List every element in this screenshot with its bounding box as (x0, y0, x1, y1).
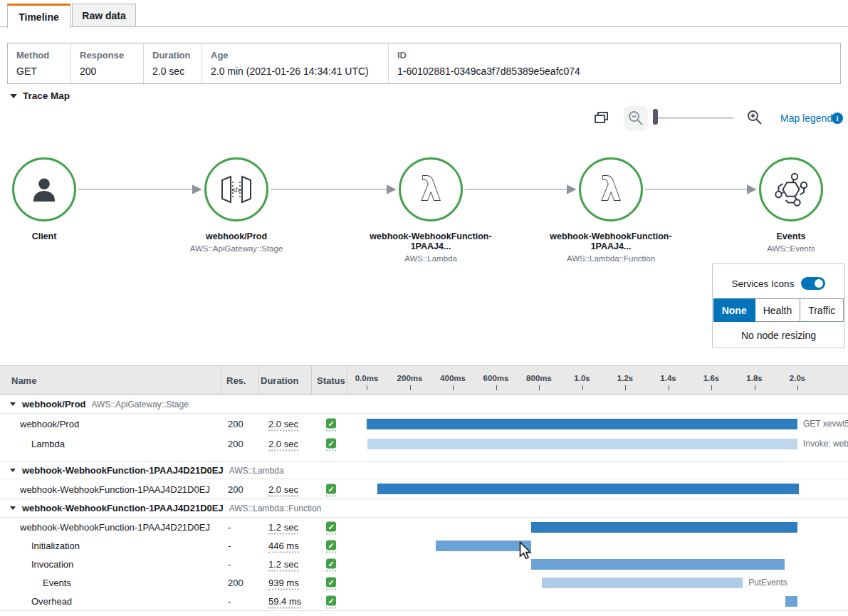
timeline-group-header[interactable]: webhook/ProdAWS::ApiGateway::Stage (0, 395, 848, 414)
mode-button-none[interactable]: None (713, 298, 755, 322)
node-type: AWS::Events (720, 244, 848, 253)
mode-button-traffic[interactable]: Traffic (800, 298, 844, 322)
axis-tick-mark (797, 385, 798, 390)
summary-header: Method (16, 50, 62, 61)
tab-timeline[interactable]: Timeline (7, 4, 70, 28)
collapse-triangle-icon[interactable] (10, 469, 16, 472)
svg-text:λ: λ (421, 172, 441, 207)
node-mode-button-group: NoneHealthTraffic (713, 298, 844, 322)
status-ok-icon[interactable]: ✓ (326, 559, 336, 572)
timeline-row[interactable]: webhook-WebhookFunction-1PAAJ4D21D0EJ200… (0, 479, 848, 498)
map-options-panel: Services Icons NoneHealthTraffic No node… (712, 263, 845, 348)
row-name: Lambda (31, 439, 65, 449)
group-type: AWS::ApiGateway::Stage (92, 400, 189, 409)
axis-tick-label: 600ms (475, 374, 518, 382)
fullscreen-icon[interactable] (595, 112, 608, 124)
summary-cell-id: ID1-60102881-0349ca3f7d85389e5eafc074 (388, 43, 840, 83)
row-duration[interactable]: 1.2 sec (268, 559, 298, 572)
summary-header: Duration (152, 50, 193, 61)
row-name: Initialization (31, 541, 80, 551)
row-duration[interactable]: 939 ms (268, 578, 299, 590)
axis-tick-label: 0.0ms (345, 374, 388, 382)
map-zoom-slider[interactable] (656, 117, 733, 119)
node-type: AWS::Lambda (360, 254, 502, 263)
map-zoom-slider-handle[interactable] (653, 109, 658, 125)
duration-bar[interactable] (785, 596, 797, 607)
row-name: webhook/Prod (20, 419, 79, 429)
timeline-row[interactable]: Lambda2002.0 sec✓Invoke: webho (0, 434, 848, 454)
trace-map-node-5[interactable]: EventsAWS::Events (720, 157, 848, 253)
map-legend-link[interactable]: Map legend (780, 113, 832, 124)
duration-bar[interactable] (542, 578, 743, 588)
axis-tick-mark (496, 385, 497, 390)
timeline-row[interactable]: webhook/Prod2002.0 sec✓GET xevwt5kl (0, 414, 848, 434)
row-duration[interactable]: 2.0 sec (268, 484, 298, 496)
row-name: webhook-WebhookFunction-1PAAJ4D21D0EJ (20, 484, 210, 494)
summary-header: Response (80, 50, 135, 61)
node-type: AWS::ApiGateway::Stage (165, 244, 308, 253)
summary-cell-response: Response200 (70, 43, 143, 83)
row-duration[interactable]: 59.4 ms (268, 596, 301, 609)
lambda-icon: λ (579, 157, 643, 221)
trace-map-toggle[interactable]: Trace Map (10, 90, 70, 101)
axis-tick-label: 1.8s (733, 374, 776, 382)
info-icon[interactable]: i (832, 113, 843, 127)
trace-map-node-2[interactable]: </>webhook/ProdAWS::ApiGateway::Stage (165, 157, 308, 253)
services-icons-toggle[interactable] (801, 277, 825, 290)
node-name: Events (720, 231, 848, 241)
row-duration[interactable]: 446 ms (268, 541, 299, 553)
status-ok-icon[interactable]: ✓ (326, 541, 336, 553)
duration-bar[interactable] (367, 419, 797, 429)
mode-button-health[interactable]: Health (755, 298, 800, 322)
duration-bar[interactable] (367, 439, 797, 449)
summary-header: ID (397, 50, 832, 61)
axis-tick-label: 2.0s (776, 374, 819, 382)
timeline-row[interactable]: webhook-WebhookFunction-1PAAJ4D21D0EJ-1.… (0, 518, 848, 536)
row-duration[interactable]: 1.2 sec (268, 522, 298, 535)
axis-tick-mark (539, 385, 540, 390)
row-duration[interactable]: 2.0 sec (268, 439, 298, 451)
axis-tick-mark (582, 385, 583, 390)
mouse-cursor (519, 541, 533, 564)
tab-timeline-label: Timeline (19, 11, 59, 23)
row-name: Events (43, 578, 71, 588)
timeline-row[interactable]: Initialization-446 ms✓ (0, 536, 848, 555)
status-ok-icon[interactable]: ✓ (326, 419, 336, 432)
duration-bar[interactable] (531, 522, 797, 533)
row-duration[interactable]: 2.0 sec (268, 419, 298, 432)
status-ok-icon[interactable]: ✓ (326, 439, 336, 451)
tab-raw-data[interactable]: Raw data (72, 4, 136, 26)
collapse-triangle-icon[interactable] (10, 506, 16, 510)
row-response: 200 (228, 578, 244, 588)
axis-tick-label: 1.0s (561, 374, 604, 382)
check-icon: ✓ (326, 541, 336, 550)
trace-map-node-4[interactable]: λwebhook-WebhookFunction-1PAAJ4...AWS::L… (540, 157, 682, 263)
bar-label: Invoke: webho (803, 439, 848, 449)
bar-label: PutEvents (748, 578, 787, 588)
timeline-row[interactable]: Invocation-1.2 sec✓ (0, 555, 848, 573)
row-name: webhook-WebhookFunction-1PAAJ4D21D0EJ (20, 522, 210, 533)
collapse-triangle-icon (10, 94, 17, 98)
status-ok-icon[interactable]: ✓ (326, 596, 336, 609)
timeline-group-header[interactable]: webhook-WebhookFunction-1PAAJ4D21D0EJAWS… (0, 498, 848, 518)
node-resizing-label: No node resizing (713, 330, 844, 341)
status-ok-icon[interactable]: ✓ (326, 484, 336, 496)
timeline-table-header: NameRes.DurationStatus0.0ms200ms400ms600… (0, 365, 848, 395)
status-ok-icon[interactable]: ✓ (326, 522, 336, 535)
summary-value: 200 (80, 66, 135, 77)
duration-bar[interactable] (436, 541, 531, 551)
zoom-in-button[interactable] (746, 109, 763, 126)
timeline-row[interactable]: Events200939 ms✓PutEvents (0, 573, 848, 592)
timeline-row[interactable]: Overhead-59.4 ms✓ (0, 592, 848, 610)
row-response: - (228, 541, 231, 551)
duration-bar[interactable] (531, 559, 785, 570)
duration-bar[interactable] (377, 484, 799, 494)
status-ok-icon[interactable]: ✓ (326, 578, 336, 590)
row-response: - (228, 596, 231, 607)
check-icon: ✓ (326, 522, 336, 532)
timeline-group-header[interactable]: webhook-WebhookFunction-1PAAJ4D21D0EJAWS… (0, 461, 848, 479)
trace-map-node-3[interactable]: λwebhook-WebhookFunction-1PAAJ4...AWS::L… (360, 157, 502, 263)
collapse-triangle-icon[interactable] (10, 402, 16, 406)
trace-map-node-1[interactable]: Client (0, 157, 115, 241)
zoom-out-button[interactable] (624, 106, 648, 130)
